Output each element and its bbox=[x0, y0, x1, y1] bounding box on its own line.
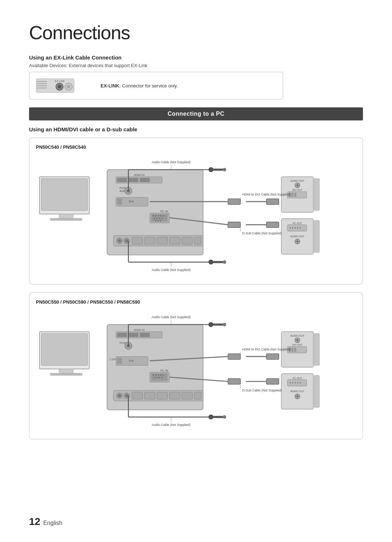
svg-rect-81 bbox=[314, 178, 319, 210]
svg-rect-3 bbox=[37, 85, 47, 86]
svg-rect-181 bbox=[314, 375, 319, 407]
svg-point-71 bbox=[223, 260, 226, 264]
svg-point-128 bbox=[156, 377, 158, 378]
svg-point-127 bbox=[154, 377, 155, 378]
svg-point-46 bbox=[125, 239, 128, 242]
svg-point-130 bbox=[161, 377, 162, 378]
svg-point-44 bbox=[118, 239, 121, 242]
svg-rect-79 bbox=[291, 193, 294, 197]
svg-text:PC IN: PC IN bbox=[160, 369, 168, 372]
svg-rect-103 bbox=[41, 333, 87, 365]
svg-text:PC IN: PC IN bbox=[160, 210, 168, 213]
svg-text:Audio Cable (Not Supplied): Audio Cable (Not Supplied) bbox=[152, 268, 191, 272]
svg-text:PC OUT: PC OUT bbox=[293, 222, 302, 225]
svg-rect-138 bbox=[157, 392, 167, 399]
svg-point-122 bbox=[153, 374, 154, 375]
exlink-description: Available Devices: External devices that… bbox=[29, 63, 363, 68]
page-title: Connections bbox=[29, 22, 363, 44]
diagram1-area: HDMI IN PC/DVI AUDIO IN DVI PC IN bbox=[36, 154, 356, 278]
diagram1-box: PN50C540 / PN58C540 HDMI IN PC/DVI A bbox=[29, 137, 363, 284]
svg-rect-11 bbox=[41, 178, 87, 210]
svg-rect-26 bbox=[117, 198, 122, 205]
svg-rect-48 bbox=[144, 237, 155, 245]
diagram1-model: PN50C540 / PN58C540 bbox=[36, 144, 356, 150]
svg-rect-4 bbox=[37, 87, 47, 89]
svg-point-41 bbox=[160, 220, 161, 221]
exlink-heading: Using an EX-Link Cable Connection bbox=[29, 54, 363, 61]
page: Connections Using an EX-Link Cable Conne… bbox=[0, 0, 392, 542]
svg-rect-12 bbox=[59, 214, 73, 218]
svg-rect-19 bbox=[140, 178, 150, 182]
svg-text:DVI OUT: DVI OUT bbox=[292, 189, 303, 191]
svg-rect-137 bbox=[144, 392, 155, 399]
svg-text:AUDIO OUT: AUDIO OUT bbox=[290, 180, 305, 182]
svg-rect-62 bbox=[266, 199, 279, 205]
svg-rect-110 bbox=[128, 333, 138, 337]
svg-rect-167 bbox=[291, 348, 294, 352]
svg-text:DVI: DVI bbox=[129, 359, 134, 362]
svg-rect-139 bbox=[170, 392, 180, 399]
svg-text:EX-LINK: EX-LINK bbox=[55, 80, 65, 82]
svg-rect-154 bbox=[266, 379, 279, 385]
svg-rect-104 bbox=[59, 369, 73, 373]
svg-rect-109 bbox=[117, 333, 127, 337]
svg-text:Audio Cable (Not Supplied): Audio Cable (Not Supplied) bbox=[152, 160, 191, 164]
svg-text:DVI OUT: DVI OUT bbox=[292, 344, 303, 346]
svg-point-37 bbox=[159, 218, 160, 219]
svg-point-55 bbox=[209, 168, 213, 172]
svg-point-36 bbox=[156, 218, 158, 219]
svg-rect-51 bbox=[182, 237, 192, 245]
exlink-section: Using an EX-Link Cable Connection Availa… bbox=[29, 54, 363, 99]
svg-rect-141 bbox=[194, 392, 201, 399]
svg-rect-169 bbox=[314, 333, 319, 365]
svg-rect-136 bbox=[132, 392, 143, 399]
svg-point-123 bbox=[155, 374, 156, 375]
exlink-bold: EX-LINK bbox=[101, 83, 119, 89]
svg-text:Audio Cable (Not Supplied): Audio Cable (Not Supplied) bbox=[152, 423, 191, 427]
svg-point-125 bbox=[160, 374, 162, 375]
svg-rect-80 bbox=[294, 193, 296, 197]
svg-rect-140 bbox=[182, 392, 192, 399]
svg-rect-117 bbox=[117, 358, 122, 364]
svg-rect-1 bbox=[37, 81, 47, 82]
svg-point-85 bbox=[290, 227, 291, 229]
svg-point-135 bbox=[125, 394, 128, 397]
svg-point-176 bbox=[297, 382, 298, 383]
svg-point-38 bbox=[161, 218, 162, 219]
diagram1-svg: HDMI IN PC/DVI AUDIO IN DVI PC IN bbox=[36, 154, 356, 278]
svg-point-32 bbox=[158, 215, 159, 217]
svg-rect-18 bbox=[128, 178, 138, 182]
svg-text:HDMI IN: HDMI IN bbox=[134, 173, 144, 177]
svg-point-92 bbox=[296, 241, 298, 243]
diagram2-model: PN50C550 / PN50C590 / PN58C550 / PN58C59… bbox=[36, 299, 356, 305]
svg-point-88 bbox=[297, 227, 298, 229]
svg-rect-158 bbox=[213, 416, 223, 418]
svg-text:DVI: DVI bbox=[129, 200, 134, 203]
svg-text:→: → bbox=[241, 201, 244, 205]
svg-text:D-Sub Cable (Not Supplied): D-Sub Cable (Not Supplied) bbox=[242, 389, 282, 392]
svg-point-34 bbox=[163, 215, 164, 217]
svg-point-39 bbox=[155, 220, 156, 221]
svg-point-146 bbox=[223, 323, 226, 327]
svg-point-86 bbox=[292, 227, 293, 229]
svg-rect-111 bbox=[140, 333, 150, 337]
svg-rect-13 bbox=[50, 218, 82, 221]
svg-point-175 bbox=[295, 382, 296, 383]
svg-point-144 bbox=[209, 323, 213, 327]
svg-point-30 bbox=[153, 215, 154, 217]
svg-text:D-Sub Cable (Not Supplied): D-Sub Cable (Not Supplied) bbox=[242, 231, 282, 235]
svg-text:AUDIO OUT: AUDIO OUT bbox=[290, 390, 305, 393]
diagram2-area: HDMI IN PC/DVI 1 DVI DVI PC IN bbox=[36, 309, 356, 432]
svg-point-35 bbox=[154, 218, 155, 219]
svg-text:AUDIO OUT: AUDIO OUT bbox=[290, 334, 305, 337]
exlink-text: EX-LINK: Connector for service only. bbox=[101, 83, 178, 89]
svg-rect-168 bbox=[294, 348, 296, 352]
svg-rect-150 bbox=[266, 354, 279, 360]
svg-point-31 bbox=[155, 215, 156, 217]
svg-point-180 bbox=[296, 395, 298, 398]
svg-rect-17 bbox=[117, 178, 127, 182]
svg-point-129 bbox=[159, 377, 160, 378]
page-footer: 12 English bbox=[29, 516, 62, 527]
exlink-icon-area: EX-LINK bbox=[36, 76, 94, 95]
svg-text:PC OUT: PC OUT bbox=[293, 377, 302, 379]
